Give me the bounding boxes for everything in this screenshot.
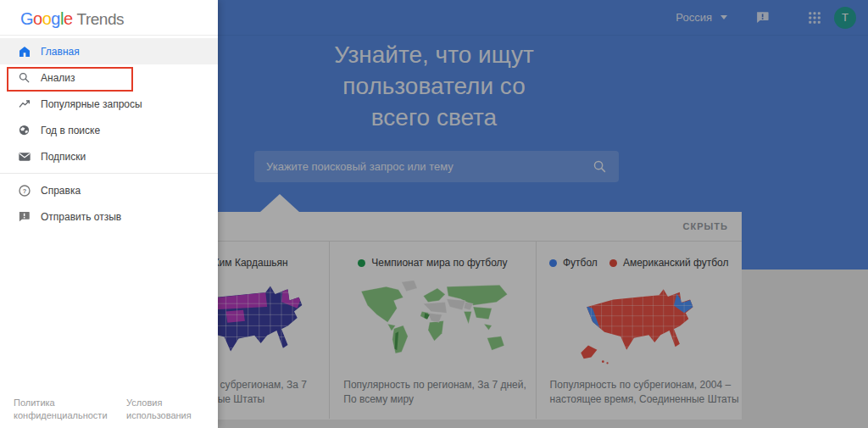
logo-letter: o (33, 9, 42, 28)
feedback-bubble-icon (17, 210, 31, 223)
sidebar-item-send-feedback[interactable]: Отправить отзыв (0, 203, 218, 230)
sidebar-item-trending-searches[interactable]: Популярные запросы (0, 91, 218, 117)
search-icon (17, 71, 31, 84)
trending-up-icon (17, 97, 31, 111)
sidebar-item-label: Отправить отзыв (41, 211, 121, 223)
drawer-nav: Главная Анализ Популярные запросы Год в … (0, 38, 218, 230)
sidebar-item-label: Справка (41, 185, 81, 197)
sidebar-item-year-in-search[interactable]: Год в поиске (0, 117, 218, 143)
logo-letter: e (64, 9, 73, 28)
sidebar-item-label: Подписки (41, 151, 86, 163)
privacy-policy-link[interactable]: Политика конфиденциальности (14, 397, 108, 422)
nav-divider (0, 173, 218, 174)
logo-product-name: Trends (77, 10, 124, 28)
home-icon (17, 45, 31, 58)
sidebar-item-home[interactable]: Главная (0, 38, 218, 64)
logo-letter: G (20, 9, 33, 28)
drawer-header: GoogleTrends (0, 0, 218, 36)
sidebar-item-explore[interactable]: Анализ (0, 64, 218, 91)
logo-letter: o (42, 9, 52, 28)
globe-icon (17, 124, 31, 136)
drawer-footer: Политика конфиденциальности Условия испо… (14, 397, 211, 422)
logo-letter: g (51, 9, 60, 28)
help-circle-icon: ? (17, 184, 31, 197)
sidebar-item-label: Год в поиске (41, 125, 100, 136)
terms-of-service-link[interactable]: Условия использования (126, 397, 211, 422)
sidebar-item-help[interactable]: ? Справка (0, 177, 218, 203)
sidebar-item-label: Популярные запросы (41, 98, 142, 110)
sidebar-item-label: Анализ (41, 72, 75, 84)
sidebar-item-label: Главная (41, 46, 80, 58)
mail-icon (17, 150, 31, 164)
sidebar-item-subscriptions[interactable]: Подписки (0, 143, 218, 170)
google-trends-page: Россия (0, 0, 868, 428)
navigation-drawer: GoogleTrends Главная Анализ Популярн (0, 0, 218, 428)
google-trends-logo[interactable]: GoogleTrends (20, 9, 124, 29)
svg-text:?: ? (22, 186, 26, 194)
